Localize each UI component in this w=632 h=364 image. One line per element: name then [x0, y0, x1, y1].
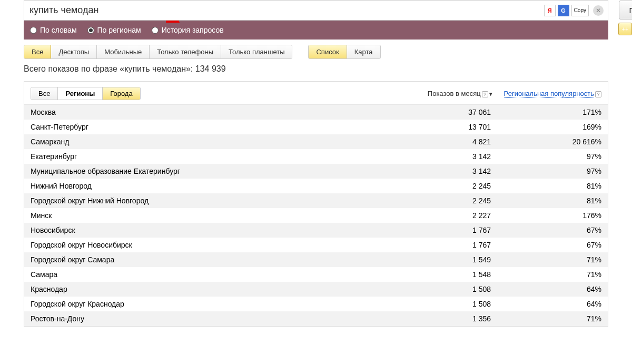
cell-popularity: 97%	[512, 152, 601, 161]
region-sub-tabs: Все Регионы Города	[31, 87, 141, 100]
cell-name: Городской округ Новосибирск	[31, 241, 417, 249]
cell-name: Самара	[31, 270, 417, 279]
cell-views: 1 508	[417, 300, 512, 308]
cell-popularity: 171%	[512, 108, 601, 116]
table-row: Городской округ Самара1 54971%	[24, 252, 608, 267]
table-row: Екатеринбург3 14297%	[24, 149, 608, 164]
view-tabs: Список Карта	[308, 45, 380, 59]
radio-by-words[interactable]: По словам	[30, 26, 77, 34]
cell-popularity: 176%	[512, 211, 601, 220]
tab-desktops[interactable]: Десктопы	[51, 45, 97, 58]
cell-popularity: 81%	[512, 182, 601, 190]
table-row: Городской округ Нижний Новгород2 24581%	[24, 193, 608, 208]
tab-list[interactable]: Список	[309, 45, 347, 58]
cell-views: 1 356	[417, 314, 512, 323]
cell-popularity: 67%	[512, 226, 601, 234]
cell-views: 37 061	[417, 108, 512, 116]
table-row: Городской округ Краснодар1 50864%	[24, 297, 608, 311]
subtab-all[interactable]: Все	[31, 87, 58, 100]
radio-label: По словам	[40, 26, 77, 34]
google-icon[interactable]: G	[558, 5, 569, 16]
radio-icon	[152, 27, 159, 34]
table-row: Самарканд4 82120 616%	[24, 134, 608, 149]
cell-name: Екатеринбург	[31, 152, 417, 161]
table-row: Самара1 54871%	[24, 267, 608, 282]
cell-popularity: 71%	[512, 255, 601, 264]
cell-views: 1 767	[417, 241, 512, 249]
cell-name: Москва	[31, 108, 417, 116]
cell-name: Санкт-Петербург	[31, 123, 417, 131]
submit-button[interactable]: Подобрать	[619, 1, 632, 19]
table-row: Краснодар1 50864%	[24, 282, 608, 297]
search-bar: Я G Copy ✕ Подобрать По словам По регион…	[24, 0, 608, 40]
results-table: Все Регионы Города Показов в месяц?▼ Рег…	[24, 81, 608, 327]
sort-desc-icon: ▼	[488, 91, 493, 97]
cell-popularity: 64%	[512, 285, 601, 293]
subtab-cities[interactable]: Города	[103, 87, 140, 100]
help-icon[interactable]: ?	[482, 91, 488, 97]
radio-history[interactable]: История запросов	[152, 26, 224, 34]
table-body: Москва37 061171%Санкт-Петербург13 701169…	[24, 105, 608, 326]
cell-views: 13 701	[417, 123, 512, 131]
table-row: Ростов-на-Дону1 35671%	[24, 311, 608, 326]
search-input[interactable]	[24, 1, 540, 20]
cell-views: 1 549	[417, 255, 512, 264]
cell-views: 1 548	[417, 270, 512, 279]
cell-views: 1 508	[417, 285, 512, 293]
radio-icon	[87, 27, 94, 34]
help-icon[interactable]: ?	[595, 91, 601, 97]
column-popularity-header[interactable]: Региональная популярность?	[504, 90, 601, 97]
cell-views: 2 245	[417, 196, 512, 205]
cell-views: 2 245	[417, 182, 512, 190]
tab-map[interactable]: Карта	[347, 45, 380, 58]
cell-name: Самарканд	[31, 137, 417, 146]
cell-popularity: 71%	[512, 314, 601, 323]
radio-label: По регионам	[97, 26, 141, 34]
cell-views: 3 142	[417, 152, 512, 161]
table-row: Муниципальное образование Екатеринбург3 …	[24, 164, 608, 179]
cell-popularity: 20 616%	[512, 137, 601, 146]
table-row: Москва37 061171%	[24, 105, 608, 120]
radio-label: История запросов	[162, 26, 224, 34]
table-row: Санкт-Петербург13 701169%	[24, 120, 608, 134]
cell-popularity: 71%	[512, 270, 601, 279]
cell-name: Городской округ Нижний Новгород	[31, 196, 417, 205]
operator-plus-button[interactable]: ++	[618, 23, 632, 35]
clear-icon[interactable]: ✕	[593, 5, 604, 16]
table-row: Минск2 227176%	[24, 208, 608, 223]
cell-views: 3 142	[417, 167, 512, 175]
table-row: Городской округ Новосибирск1 76767%	[24, 238, 608, 252]
cell-name: Краснодар	[31, 285, 417, 293]
cell-views: 2 227	[417, 211, 512, 220]
tab-tablets[interactable]: Только планшеты	[221, 45, 292, 58]
cell-name: Новосибирск	[31, 226, 417, 234]
tab-all[interactable]: Все	[24, 45, 51, 58]
summary-text: Всего показов по фразе «купить чемодан»:…	[24, 64, 608, 74]
radio-icon	[30, 27, 37, 34]
cell-popularity: 67%	[512, 241, 601, 249]
copy-button[interactable]: Copy	[571, 5, 589, 16]
radio-by-regions[interactable]: По регионам	[87, 26, 141, 34]
subtab-regions[interactable]: Регионы	[58, 87, 103, 100]
cell-name: Городской округ Краснодар	[31, 300, 417, 308]
cell-name: Муниципальное образование Екатеринбург	[31, 167, 417, 175]
device-tabs: Все Десктопы Мобильные Только телефоны Т…	[24, 45, 292, 59]
cell-popularity: 169%	[512, 123, 601, 131]
column-views-header[interactable]: Показов в месяц?▼	[428, 90, 493, 97]
cell-name: Минск	[31, 211, 417, 220]
cell-views: 1 767	[417, 226, 512, 234]
operator-buttons: ++ "" [] !!	[618, 23, 632, 35]
cell-popularity: 81%	[512, 196, 601, 205]
yandex-icon[interactable]: Я	[544, 5, 556, 16]
cell-popularity: 97%	[512, 167, 601, 175]
cell-name: Городской округ Самара	[31, 255, 417, 264]
tab-mobile[interactable]: Мобильные	[97, 45, 150, 58]
cell-popularity: 64%	[512, 300, 601, 308]
table-row: Новосибирск1 76767%	[24, 223, 608, 238]
cell-name: Ростов-на-Дону	[31, 314, 417, 323]
tab-phones[interactable]: Только телефоны	[150, 45, 221, 58]
cell-name: Нижний Новгород	[31, 182, 417, 190]
table-row: Нижний Новгород2 24581%	[24, 179, 608, 193]
cell-views: 4 821	[417, 137, 512, 146]
